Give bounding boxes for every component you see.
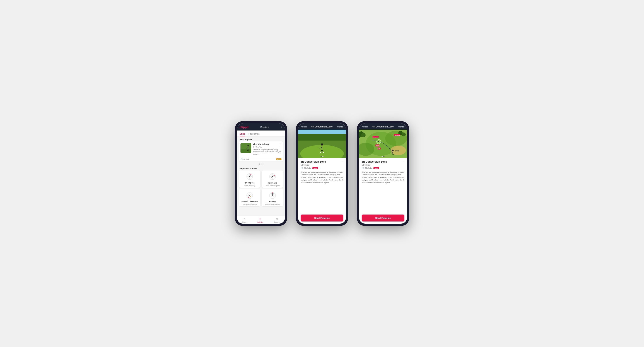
start-practice-button[interactable]: Start Practice — [301, 214, 343, 221]
svg-point-20 — [274, 175, 275, 176]
home-icon: ⌂ — [244, 217, 245, 221]
skill-name-ott: Off The Tee — [244, 182, 254, 184]
svg-point-45 — [321, 143, 323, 146]
map-drill-detail-scroll: 6ft Conversion Zone ☆ 10-50 yds 🕐 20 sho… — [359, 158, 407, 224]
clock-icon: 🕐 — [240, 158, 243, 160]
atg-icon — [245, 191, 254, 199]
drill-detail-title: 6ft Conversion Zone — [312, 126, 333, 128]
svg-point-2 — [248, 145, 249, 146]
cancel-button[interactable]: Cancel — [337, 126, 343, 128]
map-drill-title: 6ft Conversion Zone — [372, 126, 394, 128]
svg-text:Miss: Miss — [376, 145, 379, 146]
svg-point-62 — [402, 133, 406, 136]
map-cancel-button[interactable]: Cancel — [398, 126, 404, 128]
skill-desc-ott: Power accuracy — [244, 185, 255, 186]
img-dot-1 — [321, 156, 322, 157]
nav-home[interactable]: ⌂ Home — [242, 217, 246, 223]
drill-shots: 🕐 10 shots — [240, 158, 250, 160]
map-dot-1 — [382, 156, 383, 157]
detail-clock-icon: 🕐 — [301, 167, 303, 169]
menu-icon[interactable]: ≡ — [281, 126, 282, 129]
svg-point-13 — [250, 174, 251, 175]
dot-1 — [258, 163, 260, 165]
dot-2 — [260, 163, 262, 165]
drill-detail-header: < Back 6ft Conversion Zone Cancel — [298, 123, 346, 130]
skill-name-putting: Putting — [269, 200, 276, 203]
svg-text:FAIRWAY: FAIRWAY — [374, 136, 379, 138]
explore-label: Explore skill areas — [237, 166, 285, 170]
image-dots — [321, 156, 324, 157]
activities-icon: ♧ — [259, 217, 262, 221]
phone-2-screen: < Back 6ft Conversion Zone Cancel — [298, 123, 346, 224]
map-dot-2 — [384, 156, 384, 157]
nav-activities[interactable]: ♧ Activities — [257, 217, 263, 223]
svg-point-22 — [271, 178, 272, 178]
drill-card-find-fairway[interactable]: Find The Fairway Off The Tee ☆ Create an… — [239, 141, 283, 162]
drill-info: Find The Fairway Off The Tee ☆ Create an… — [253, 143, 282, 155]
skill-card-off-tee[interactable]: Off The Tee Power accuracy — [239, 170, 260, 188]
drill-detail-scroll: 6ft Conversion Zone ☆ 10-50 yds 🕐 20 sho… — [298, 158, 346, 224]
detail-range: 10-50 yds — [301, 164, 343, 166]
svg-rect-1 — [240, 149, 251, 153]
drill-map-header: < Back 6ft Conversion Zone Cancel — [359, 123, 407, 130]
favourite-star[interactable]: ☆ — [280, 143, 282, 146]
dot-3 — [262, 163, 264, 165]
map-detail-description: 20 shots are randomly generated at dista… — [362, 171, 404, 184]
drill-title: Find The Fairway — [253, 143, 269, 146]
activities-label: Activities — [257, 221, 263, 223]
map-detail-content: 6ft Conversion Zone ☆ 10-50 yds 🕐 20 sho… — [359, 158, 407, 213]
tabs-row: Drills Favourites — [237, 131, 285, 137]
bottom-nav: ⌂ Home ♧ Activities ⊕ Capture — [237, 216, 285, 224]
tab-drills[interactable]: Drills — [240, 132, 245, 136]
map-detail-clock-icon: 🕐 — [362, 167, 364, 169]
detail-content: 6ft Conversion Zone ☆ 10-50 yds 🕐 20 sho… — [298, 158, 346, 213]
svg-text:Hit: Hit — [378, 148, 380, 149]
map-start-practice-button[interactable]: Start Practice — [362, 214, 404, 221]
map-detail-meta: 🕐 20 shots ARG — [362, 167, 404, 169]
skill-grid: Off The Tee Power accuracy — [237, 170, 285, 208]
skill-card-approach[interactable]: Approach Dial-in to hit the green — [262, 170, 283, 188]
map-detail-favourite-star[interactable]: ☆ — [402, 160, 404, 163]
detail-favourite-star[interactable]: ☆ — [342, 160, 343, 163]
putting-icon — [268, 191, 277, 199]
drill-photo — [298, 130, 346, 158]
drill-meta: 🕐 10 shots OTT — [239, 157, 283, 162]
capture-icon: ⊕ — [276, 217, 278, 221]
home-label: Home — [242, 221, 246, 223]
phone-1: clippd Practice ≡ Drills Favourites Most… — [235, 121, 287, 226]
map-detail-title-row: 6ft Conversion Zone ☆ — [362, 160, 404, 163]
nav-capture[interactable]: ⊕ Capture — [274, 217, 280, 223]
detail-title-row: 6ft Conversion Zone ☆ — [301, 160, 343, 163]
skill-name-atg: Around The Green — [241, 200, 258, 203]
map-back-button[interactable]: < Back — [362, 126, 368, 128]
map-detail-tag: ARG — [374, 167, 379, 169]
svg-point-52 — [323, 152, 324, 153]
scroll-content: Most Popular — [237, 137, 285, 216]
capture-label: Capture — [274, 221, 280, 223]
drill-tag: OTT — [276, 158, 282, 160]
svg-point-51 — [320, 152, 321, 153]
drill-map: FAIRWAY ROUGH Miss Hit SAND — [359, 130, 407, 158]
detail-shots: 🕐 20 shots — [301, 167, 311, 169]
drill-subtitle: Off The Tee — [253, 146, 269, 148]
skill-card-putting[interactable]: Putting Make and lag practice — [262, 189, 283, 206]
app-header: clippd Practice ≡ — [237, 123, 285, 131]
phone-2: < Back 6ft Conversion Zone Cancel — [296, 121, 348, 226]
map-detail-shots: 🕐 20 shots — [362, 167, 372, 169]
skill-card-atg[interactable]: Around The Green Hone your short game — [239, 189, 260, 206]
off-tee-icon — [245, 172, 254, 181]
skill-desc-putting: Make and lag practice — [265, 203, 280, 205]
svg-point-64 — [392, 150, 394, 151]
carousel-dots — [237, 162, 285, 166]
tab-favourites[interactable]: Favourites — [248, 132, 260, 136]
back-button[interactable]: < Back — [301, 126, 307, 128]
phone-3-screen: < Back 6ft Conversion Zone Cancel — [359, 123, 407, 224]
skill-desc-approach: Dial-in to hit the green — [265, 185, 280, 186]
skill-desc-atg: Hone your short game — [242, 203, 257, 205]
svg-point-59 — [361, 133, 366, 137]
detail-description: 20 shots are randomly generated at dista… — [301, 171, 343, 184]
skill-name-approach: Approach — [268, 182, 277, 184]
drill-thumbnail — [240, 143, 251, 153]
header-title: Practice — [260, 126, 269, 129]
app-logo: clippd — [240, 126, 248, 129]
